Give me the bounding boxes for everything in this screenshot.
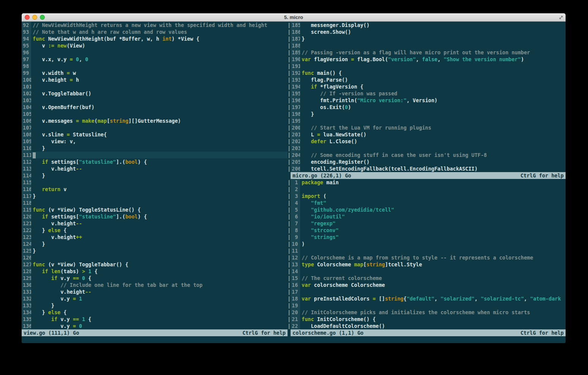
code-line[interactable]: 127func (v *View) ToggleTabbar() { (22, 261, 288, 268)
pane-colorscheme-go[interactable]: 1package main 2 3import ( 4 "fmt" 5 "git… (291, 179, 566, 329)
code-line[interactable]: 205 encoding.Register() (291, 158, 566, 165)
code-line[interactable]: 186 screen.Show() (291, 28, 566, 35)
code-line[interactable]: 5 "github.com/zyedidia/tcell" (291, 206, 566, 213)
code-line[interactable]: 131 v.height-- (22, 288, 288, 295)
code-line[interactable]: 115 (22, 179, 288, 186)
code-line[interactable]: 203 (291, 145, 566, 152)
code-line[interactable]: 136 v.y = 0 (22, 323, 288, 329)
code-line[interactable]: 18var preInstalledColors = []string{"def… (291, 295, 566, 302)
code-line[interactable]: 118 (22, 199, 288, 206)
code-line[interactable]: 128 if len(tabs) > 1 { (22, 268, 288, 275)
code-line[interactable]: 100 v.height = h (22, 76, 288, 83)
code-line[interactable]: 98 (22, 63, 288, 70)
code-line[interactable]: 4 "fmt" (291, 199, 566, 206)
code-line[interactable]: 14 (291, 268, 566, 275)
code-line[interactable]: 16var colorscheme Colorscheme (291, 282, 566, 288)
window-titlebar[interactable]: 5. micro (22, 13, 566, 22)
code-line[interactable]: 7 "regexp" (291, 220, 566, 227)
code-line[interactable]: 12// Colorscheme is a map from string to… (291, 254, 566, 261)
close-button[interactable] (25, 15, 30, 20)
code-line[interactable]: 2 (291, 186, 566, 193)
code-line[interactable]: 104 v.OpenBuffer(buf) (22, 104, 288, 111)
zoom-button[interactable] (40, 15, 45, 20)
code-line[interactable]: 188 (291, 42, 566, 49)
code-line[interactable]: 121 v.height-- (22, 220, 288, 227)
code-line[interactable]: 130 // Include one line for the tab bar … (22, 282, 288, 288)
code-line[interactable]: 19 (291, 302, 566, 309)
code-line[interactable]: 191 (291, 63, 566, 70)
code-line[interactable]: 202 defer L.Close() (291, 138, 566, 145)
code-line[interactable]: 101 (22, 83, 288, 90)
code-line[interactable]: 96 (22, 49, 288, 56)
code-line[interactable]: 201 L = lua.NewState() (291, 131, 566, 138)
code-line[interactable]: 119func (v *View) ToggleStatusLine() { (22, 206, 288, 213)
code-line[interactable]: 125} (22, 247, 288, 254)
code-line[interactable]: 111 (22, 152, 288, 158)
code-line[interactable]: 1package main (291, 179, 566, 186)
code-line[interactable]: 195 // If -version was passed (291, 90, 566, 97)
code-line[interactable]: 20// InitColorscheme picks and initializ… (291, 309, 566, 316)
code-line[interactable]: 194 if *flagVersion { (291, 83, 566, 90)
code-line[interactable]: 3import ( (291, 193, 566, 199)
code-line[interactable]: 185 messenger.Display() (291, 22, 566, 28)
code-line[interactable]: 94func NewViewWidthHeight(buf *Buffer, w… (22, 35, 288, 42)
code-line[interactable]: 200 // Start the Lua VM for running plug… (291, 124, 566, 131)
code-line[interactable]: 135 if v.y == 1 { (22, 316, 288, 323)
code-line[interactable]: 8 "strconv" (291, 227, 566, 234)
code-line[interactable]: 126 (22, 254, 288, 261)
code-line[interactable]: 123 v.height++ (22, 234, 288, 241)
code-line[interactable]: 15// The current colorscheme (291, 275, 566, 282)
code-line[interactable]: 204 // Some encoding stuff in case the u… (291, 152, 566, 158)
code-line[interactable]: 92// NewViewWidthHeight returns a new vi… (22, 22, 288, 28)
code-line[interactable]: 107 (22, 124, 288, 131)
code-line[interactable]: 95 v := new(View) (22, 42, 288, 49)
code-line[interactable]: 122 } else { (22, 227, 288, 234)
code-line[interactable]: 17 (291, 288, 566, 295)
token: screen.Show() (302, 29, 351, 35)
code-line[interactable]: 189// Passing -version as a flag will ha… (291, 49, 566, 56)
code-line[interactable]: 102 v.ToggleTabbar() (22, 90, 288, 97)
code-line[interactable]: 110 } (22, 145, 288, 152)
code-line[interactable]: 196 fmt.Println("Micro version:", Versio… (291, 97, 566, 104)
code-line[interactable]: 132 v.y = 1 (22, 295, 288, 302)
code-line[interactable]: 112 if settings["statusline"].(bool) { (22, 158, 288, 165)
code-line[interactable]: 10) (291, 241, 566, 247)
code-line[interactable]: 103 (22, 97, 288, 104)
code-line[interactable]: 21func InitColorscheme() { (291, 316, 566, 323)
command-line[interactable] (22, 336, 566, 343)
code-line[interactable]: 9 "strings" (291, 234, 566, 241)
code-line[interactable]: 187} (291, 35, 566, 42)
minimize-button[interactable] (32, 15, 37, 20)
code-line[interactable]: 97 v.x, v.y = 0, 0 (22, 56, 288, 63)
pane-micro-go[interactable]: 185 messenger.Display()186 screen.Show()… (291, 22, 566, 172)
resize-icon[interactable] (558, 15, 564, 20)
code-line[interactable]: 199 (291, 117, 566, 124)
code-line[interactable]: 108 v.sline = Statusline{ (22, 131, 288, 138)
code-line[interactable]: 99 v.width = w (22, 70, 288, 76)
code-line[interactable]: 192func main() { (291, 70, 566, 76)
code-line[interactable]: 190var flagVersion = flag.Bool("version"… (291, 56, 566, 63)
code-line[interactable]: 117} (22, 193, 288, 199)
code-line[interactable]: 11 (291, 247, 566, 254)
code-line[interactable]: 193 flag.Parse() (291, 76, 566, 83)
code-line[interactable]: 113 v.height-- (22, 165, 288, 172)
code-line[interactable]: 116 return v (22, 186, 288, 193)
code-line[interactable]: 206 tcell.SetEncodingFallback(tcell.Enco… (291, 165, 566, 172)
code-line[interactable]: 6 "io/ioutil" (291, 213, 566, 220)
code-line[interactable]: 105 (22, 111, 288, 117)
code-line[interactable]: 134 } else { (22, 309, 288, 316)
code-line[interactable]: 13type Colorscheme map[string]tcell.Styl… (291, 261, 566, 268)
code-line[interactable]: 120 if settings["statusline"].(bool) { (22, 213, 288, 220)
code-line[interactable]: 114 } (22, 172, 288, 179)
code-line[interactable]: 109 view: v, (22, 138, 288, 145)
code-line[interactable]: 197 os.Exit(0) (291, 104, 566, 111)
code-line[interactable]: 133 } (22, 302, 288, 309)
code-line[interactable]: 124 } (22, 241, 288, 247)
code-line[interactable]: 129 if v.y == 0 { (22, 275, 288, 282)
pane-view-go[interactable]: 92// NewViewWidthHeight returns a new vi… (22, 22, 288, 329)
pane-divider[interactable]: ||||||||||||||||||||||||||||||||||||||||… (288, 22, 291, 336)
code-line[interactable]: 93// Note that w and h are raw column an… (22, 28, 288, 35)
code-line[interactable]: 22 LoadDefaultColorscheme() (291, 323, 566, 329)
code-line[interactable]: 106 v.messages = make(map[string][]Gutte… (22, 117, 288, 124)
code-line[interactable]: 198 } (291, 111, 566, 117)
